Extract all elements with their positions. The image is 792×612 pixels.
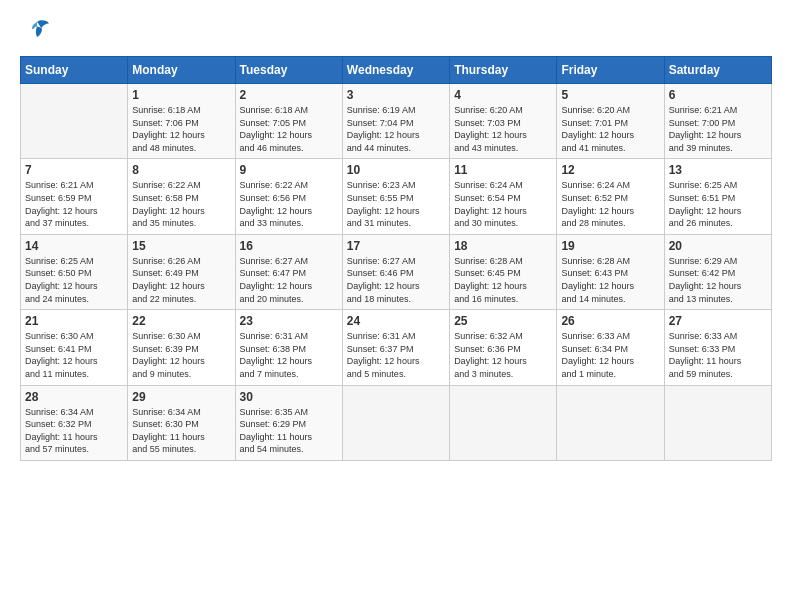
calendar-week-row: 1Sunrise: 6:18 AM Sunset: 7:06 PM Daylig… (21, 84, 772, 159)
day-info: Sunrise: 6:33 AM Sunset: 6:33 PM Dayligh… (669, 330, 767, 380)
day-info: Sunrise: 6:28 AM Sunset: 6:45 PM Dayligh… (454, 255, 552, 305)
calendar-cell: 17Sunrise: 6:27 AM Sunset: 6:46 PM Dayli… (342, 234, 449, 309)
logo-bird-icon (22, 16, 52, 46)
calendar-cell (450, 385, 557, 460)
day-number: 21 (25, 314, 123, 328)
day-info: Sunrise: 6:22 AM Sunset: 6:58 PM Dayligh… (132, 179, 230, 229)
weekday-header-tuesday: Tuesday (235, 57, 342, 84)
day-info: Sunrise: 6:31 AM Sunset: 6:38 PM Dayligh… (240, 330, 338, 380)
day-info: Sunrise: 6:22 AM Sunset: 6:56 PM Dayligh… (240, 179, 338, 229)
day-number: 19 (561, 239, 659, 253)
weekday-header-friday: Friday (557, 57, 664, 84)
calendar-cell (664, 385, 771, 460)
day-number: 23 (240, 314, 338, 328)
day-info: Sunrise: 6:25 AM Sunset: 6:50 PM Dayligh… (25, 255, 123, 305)
day-number: 25 (454, 314, 552, 328)
day-number: 27 (669, 314, 767, 328)
calendar-cell: 13Sunrise: 6:25 AM Sunset: 6:51 PM Dayli… (664, 159, 771, 234)
calendar-cell: 1Sunrise: 6:18 AM Sunset: 7:06 PM Daylig… (128, 84, 235, 159)
day-number: 7 (25, 163, 123, 177)
calendar-cell: 23Sunrise: 6:31 AM Sunset: 6:38 PM Dayli… (235, 310, 342, 385)
day-number: 30 (240, 390, 338, 404)
calendar-cell: 7Sunrise: 6:21 AM Sunset: 6:59 PM Daylig… (21, 159, 128, 234)
calendar-cell: 27Sunrise: 6:33 AM Sunset: 6:33 PM Dayli… (664, 310, 771, 385)
day-info: Sunrise: 6:28 AM Sunset: 6:43 PM Dayligh… (561, 255, 659, 305)
day-info: Sunrise: 6:34 AM Sunset: 6:30 PM Dayligh… (132, 406, 230, 456)
calendar-cell: 6Sunrise: 6:21 AM Sunset: 7:00 PM Daylig… (664, 84, 771, 159)
weekday-header-thursday: Thursday (450, 57, 557, 84)
day-info: Sunrise: 6:33 AM Sunset: 6:34 PM Dayligh… (561, 330, 659, 380)
day-number: 16 (240, 239, 338, 253)
day-info: Sunrise: 6:27 AM Sunset: 6:46 PM Dayligh… (347, 255, 445, 305)
calendar-cell: 21Sunrise: 6:30 AM Sunset: 6:41 PM Dayli… (21, 310, 128, 385)
calendar-cell: 12Sunrise: 6:24 AM Sunset: 6:52 PM Dayli… (557, 159, 664, 234)
day-number: 28 (25, 390, 123, 404)
page-header (20, 16, 772, 46)
weekday-header-saturday: Saturday (664, 57, 771, 84)
weekday-header-monday: Monday (128, 57, 235, 84)
calendar-week-row: 28Sunrise: 6:34 AM Sunset: 6:32 PM Dayli… (21, 385, 772, 460)
calendar-cell: 19Sunrise: 6:28 AM Sunset: 6:43 PM Dayli… (557, 234, 664, 309)
calendar-cell: 30Sunrise: 6:35 AM Sunset: 6:29 PM Dayli… (235, 385, 342, 460)
calendar-cell: 28Sunrise: 6:34 AM Sunset: 6:32 PM Dayli… (21, 385, 128, 460)
calendar-cell: 5Sunrise: 6:20 AM Sunset: 7:01 PM Daylig… (557, 84, 664, 159)
calendar-cell: 15Sunrise: 6:26 AM Sunset: 6:49 PM Dayli… (128, 234, 235, 309)
day-number: 4 (454, 88, 552, 102)
day-info: Sunrise: 6:25 AM Sunset: 6:51 PM Dayligh… (669, 179, 767, 229)
day-number: 24 (347, 314, 445, 328)
day-number: 8 (132, 163, 230, 177)
day-number: 11 (454, 163, 552, 177)
day-number: 22 (132, 314, 230, 328)
day-number: 12 (561, 163, 659, 177)
calendar-cell: 2Sunrise: 6:18 AM Sunset: 7:05 PM Daylig… (235, 84, 342, 159)
calendar-cell: 11Sunrise: 6:24 AM Sunset: 6:54 PM Dayli… (450, 159, 557, 234)
calendar-cell: 18Sunrise: 6:28 AM Sunset: 6:45 PM Dayli… (450, 234, 557, 309)
calendar-table: SundayMondayTuesdayWednesdayThursdayFrid… (20, 56, 772, 461)
day-number: 9 (240, 163, 338, 177)
weekday-header-row: SundayMondayTuesdayWednesdayThursdayFrid… (21, 57, 772, 84)
day-info: Sunrise: 6:21 AM Sunset: 6:59 PM Dayligh… (25, 179, 123, 229)
day-info: Sunrise: 6:30 AM Sunset: 6:39 PM Dayligh… (132, 330, 230, 380)
day-number: 6 (669, 88, 767, 102)
calendar-cell: 25Sunrise: 6:32 AM Sunset: 6:36 PM Dayli… (450, 310, 557, 385)
calendar-cell (342, 385, 449, 460)
calendar-cell: 14Sunrise: 6:25 AM Sunset: 6:50 PM Dayli… (21, 234, 128, 309)
day-number: 26 (561, 314, 659, 328)
weekday-header-wednesday: Wednesday (342, 57, 449, 84)
calendar-cell (21, 84, 128, 159)
calendar-cell (557, 385, 664, 460)
day-info: Sunrise: 6:26 AM Sunset: 6:49 PM Dayligh… (132, 255, 230, 305)
calendar-cell: 16Sunrise: 6:27 AM Sunset: 6:47 PM Dayli… (235, 234, 342, 309)
day-number: 29 (132, 390, 230, 404)
day-info: Sunrise: 6:20 AM Sunset: 7:01 PM Dayligh… (561, 104, 659, 154)
calendar-week-row: 21Sunrise: 6:30 AM Sunset: 6:41 PM Dayli… (21, 310, 772, 385)
day-number: 17 (347, 239, 445, 253)
weekday-header-sunday: Sunday (21, 57, 128, 84)
day-info: Sunrise: 6:31 AM Sunset: 6:37 PM Dayligh… (347, 330, 445, 380)
calendar-cell: 10Sunrise: 6:23 AM Sunset: 6:55 PM Dayli… (342, 159, 449, 234)
day-info: Sunrise: 6:24 AM Sunset: 6:52 PM Dayligh… (561, 179, 659, 229)
calendar-cell: 4Sunrise: 6:20 AM Sunset: 7:03 PM Daylig… (450, 84, 557, 159)
day-info: Sunrise: 6:35 AM Sunset: 6:29 PM Dayligh… (240, 406, 338, 456)
calendar-cell: 29Sunrise: 6:34 AM Sunset: 6:30 PM Dayli… (128, 385, 235, 460)
day-number: 14 (25, 239, 123, 253)
day-number: 10 (347, 163, 445, 177)
logo (20, 16, 52, 46)
day-info: Sunrise: 6:29 AM Sunset: 6:42 PM Dayligh… (669, 255, 767, 305)
calendar-cell: 24Sunrise: 6:31 AM Sunset: 6:37 PM Dayli… (342, 310, 449, 385)
day-number: 5 (561, 88, 659, 102)
calendar-cell: 22Sunrise: 6:30 AM Sunset: 6:39 PM Dayli… (128, 310, 235, 385)
day-info: Sunrise: 6:32 AM Sunset: 6:36 PM Dayligh… (454, 330, 552, 380)
day-info: Sunrise: 6:30 AM Sunset: 6:41 PM Dayligh… (25, 330, 123, 380)
day-info: Sunrise: 6:24 AM Sunset: 6:54 PM Dayligh… (454, 179, 552, 229)
day-info: Sunrise: 6:34 AM Sunset: 6:32 PM Dayligh… (25, 406, 123, 456)
day-info: Sunrise: 6:23 AM Sunset: 6:55 PM Dayligh… (347, 179, 445, 229)
day-info: Sunrise: 6:19 AM Sunset: 7:04 PM Dayligh… (347, 104, 445, 154)
calendar-cell: 26Sunrise: 6:33 AM Sunset: 6:34 PM Dayli… (557, 310, 664, 385)
calendar-week-row: 14Sunrise: 6:25 AM Sunset: 6:50 PM Dayli… (21, 234, 772, 309)
day-info: Sunrise: 6:18 AM Sunset: 7:05 PM Dayligh… (240, 104, 338, 154)
day-number: 18 (454, 239, 552, 253)
day-info: Sunrise: 6:18 AM Sunset: 7:06 PM Dayligh… (132, 104, 230, 154)
calendar-week-row: 7Sunrise: 6:21 AM Sunset: 6:59 PM Daylig… (21, 159, 772, 234)
day-number: 15 (132, 239, 230, 253)
